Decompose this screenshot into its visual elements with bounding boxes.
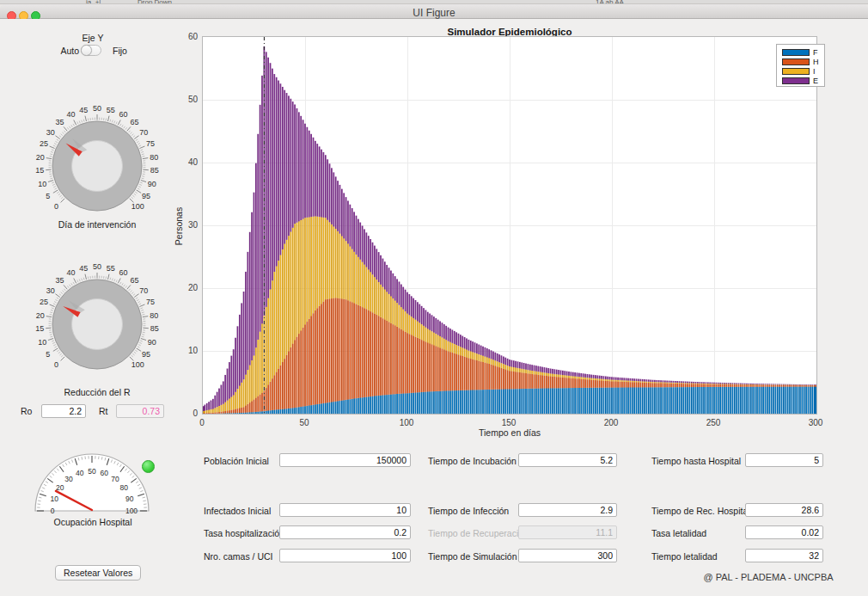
svg-text:50: 50 [88, 467, 96, 476]
resetear-valores-button[interactable]: Resetear Valores [55, 565, 141, 581]
svg-text:95: 95 [142, 192, 150, 200]
legend-entry: E [782, 77, 824, 86]
legend-swatch-h [782, 58, 810, 65]
svg-text:5: 5 [46, 350, 50, 359]
legend-label: I [813, 67, 816, 76]
title-bar: UI Figure [0, 4, 868, 19]
switch-option-fijo[interactable]: Fijo [113, 46, 127, 56]
dia-intervencion-knob-label: Día de intervención [37, 219, 157, 230]
svg-text:20: 20 [36, 311, 45, 320]
switch-knob[interactable] [81, 45, 92, 56]
rt-label: Rt [99, 406, 108, 416]
y-tick-label: 0 [172, 409, 198, 418]
tiempo-de-rec-hospital-field[interactable] [745, 503, 823, 517]
chart-legend: FHIE [776, 44, 825, 87]
svg-text:55: 55 [107, 106, 115, 114]
tiempo-letalidad-label: Tiempo letalidad [651, 551, 718, 562]
svg-text:100: 100 [131, 202, 144, 211]
svg-text:40: 40 [76, 469, 84, 477]
svg-text:25: 25 [40, 298, 48, 306]
svg-text:65: 65 [131, 276, 139, 285]
infectados-inicial-field[interactable] [279, 503, 411, 517]
svg-text:85: 85 [150, 166, 159, 175]
legend-entry: F [782, 47, 824, 57]
reduccion-r-knob-label: Reducción del R [37, 387, 157, 397]
svg-text:50: 50 [93, 104, 101, 113]
credit-text: @ PAL - PLADEMA - UNCPBA [682, 572, 854, 582]
svg-text:50: 50 [93, 262, 101, 271]
svg-text:70: 70 [111, 475, 119, 483]
stacked-bar-chart [203, 37, 816, 414]
svg-text:10: 10 [38, 180, 46, 188]
svg-text:30: 30 [46, 128, 55, 137]
svg-text:0: 0 [54, 360, 58, 369]
svg-text:30: 30 [64, 475, 73, 483]
poblacion-inicial-label: Población Inicial [204, 456, 269, 466]
svg-text:25: 25 [40, 139, 48, 148]
nro-camas-uci-field[interactable] [279, 549, 411, 562]
svg-text:90: 90 [148, 338, 156, 347]
window-body: Eje Y Auto Fijo 051015202530354045505560… [0, 19, 868, 596]
switch-option-auto[interactable]: Auto [43, 46, 79, 56]
x-tick-label: 200 [594, 418, 628, 427]
poblacion-inicial-field[interactable] [279, 453, 411, 467]
svg-text:55: 55 [107, 264, 115, 273]
legend-label: E [813, 77, 818, 85]
svg-text:90: 90 [125, 495, 134, 503]
tiempo-de-simulacion-field[interactable] [518, 549, 617, 562]
eje-y-switch[interactable] [81, 45, 101, 56]
svg-text:60: 60 [100, 469, 108, 477]
svg-text:0: 0 [51, 507, 55, 514]
svg-text:35: 35 [55, 118, 64, 126]
legend-entry: I [782, 66, 824, 76]
legend-entry: H [782, 57, 824, 66]
tasa-hospitalizacion-label: Tasa hospitalización [204, 528, 284, 538]
tasa-hospitalizacion-field[interactable] [279, 525, 411, 539]
tiempo-hasta-hospital-field[interactable] [745, 453, 823, 467]
svg-text:70: 70 [139, 128, 148, 137]
tiempo-hasta-hospital-label: Tiempo hasta Hospital [651, 456, 741, 466]
plot-area [202, 36, 817, 415]
ro-field[interactable] [41, 404, 86, 418]
tiempo-de-rec-hospital-label: Tiempo de Rec. Hospital [651, 506, 750, 516]
tiempo-de-simulacion-label: Tiempo de Simulación [428, 551, 517, 562]
rt-field [116, 404, 164, 418]
dia-intervencion-knob[interactable]: 0510152025303540455055606570758085909510… [24, 93, 170, 239]
x-tick-label: 100 [389, 418, 424, 427]
ro-label: Ro [21, 406, 32, 416]
y-tick-label: 40 [172, 157, 198, 167]
svg-text:15: 15 [35, 166, 44, 175]
svg-text:45: 45 [79, 106, 88, 114]
legend-swatch-e [782, 77, 810, 84]
svg-text:80: 80 [119, 483, 128, 492]
tiempo-de-recuperacion-field [518, 525, 617, 539]
svg-text:100: 100 [131, 360, 144, 369]
svg-text:70: 70 [139, 286, 148, 295]
svg-text:20: 20 [36, 153, 45, 162]
svg-text:40: 40 [67, 110, 76, 119]
ui-figure-window: ia +| Drop Down 1A ab AA UI Figure Eje Y… [0, 0, 868, 596]
nro-camas-uci-label: Nro. camas / UCI [204, 551, 273, 562]
legend-swatch-f [782, 49, 810, 56]
svg-text:75: 75 [146, 139, 155, 148]
svg-text:0: 0 [54, 202, 58, 211]
ocupacion-hospital-gauge: 0102030405060708090100 [30, 447, 154, 514]
legend-swatch-i [782, 68, 810, 75]
svg-text:90: 90 [148, 180, 156, 188]
tiempo-de-infeccion-field[interactable] [518, 503, 617, 517]
tiempo-de-infeccion-label: Tiempo de Infección [428, 506, 509, 516]
tiempo-letalidad-field[interactable] [745, 549, 823, 562]
ocupacion-hospital-gauge-label: Ocupación Hospital [33, 517, 153, 527]
y-tick-label: 20 [172, 283, 198, 292]
tiempo-de-incubacion-field[interactable] [518, 453, 617, 467]
svg-text:85: 85 [150, 324, 159, 333]
svg-text:30: 30 [46, 286, 55, 295]
x-tick-label: 150 [492, 418, 526, 427]
infectados-inicial-label: Infectados Inicial [204, 506, 271, 516]
x-axis-label: Tiempo en días [381, 427, 639, 438]
reduccion-r-knob[interactable]: 0510152025303540455055606570758085909510… [24, 251, 170, 397]
tasa-letalidad-field[interactable] [745, 525, 823, 539]
svg-text:10: 10 [38, 338, 46, 347]
svg-text:75: 75 [146, 298, 155, 306]
svg-text:80: 80 [150, 153, 158, 162]
